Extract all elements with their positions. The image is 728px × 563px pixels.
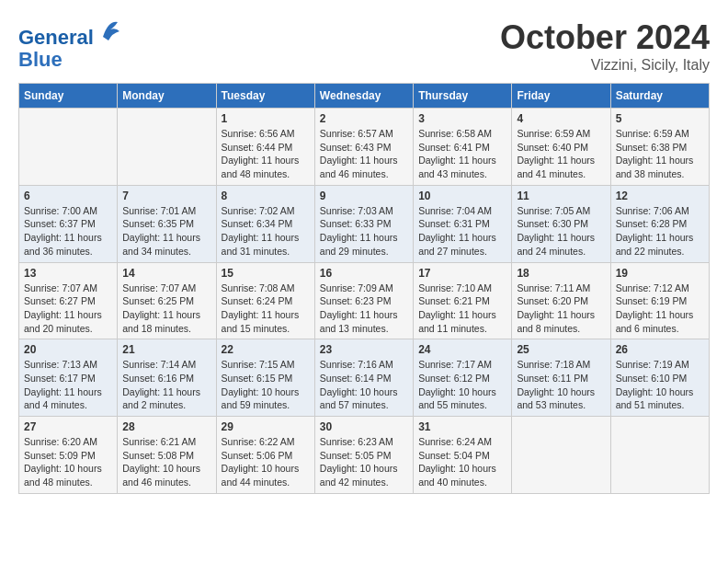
calendar-week-row: 13Sunrise: 7:07 AM Sunset: 6:27 PM Dayli… [19, 262, 710, 339]
calendar-cell [512, 417, 610, 494]
day-number: 24 [418, 343, 506, 356]
day-number: 28 [122, 420, 210, 433]
calendar-week-row: 27Sunrise: 6:20 AM Sunset: 5:09 PM Dayli… [19, 417, 710, 494]
calendar-cell: 12Sunrise: 7:06 AM Sunset: 6:28 PM Dayli… [610, 185, 709, 262]
month-title: October 2024 [500, 18, 710, 57]
weekday-header-row: SundayMondayTuesdayWednesdayThursdayFrid… [19, 84, 710, 109]
day-info: Sunrise: 7:02 AM Sunset: 6:34 PM Dayligh… [222, 204, 310, 259]
logo-general: General [18, 26, 94, 49]
calendar-cell: 18Sunrise: 7:11 AM Sunset: 6:20 PM Dayli… [512, 262, 610, 339]
day-number: 23 [320, 343, 408, 356]
calendar-cell: 28Sunrise: 6:21 AM Sunset: 5:08 PM Dayli… [118, 417, 216, 494]
day-number: 16 [320, 267, 408, 280]
calendar-cell: 14Sunrise: 7:07 AM Sunset: 6:25 PM Dayli… [118, 262, 216, 339]
calendar-cell [19, 109, 118, 186]
day-number: 1 [222, 112, 310, 125]
calendar-table: SundayMondayTuesdayWednesdayThursdayFrid… [18, 83, 710, 494]
calendar-cell [610, 417, 709, 494]
page-header: General Blue October 2024 Vizzini, Sicil… [18, 18, 710, 74]
calendar-cell: 10Sunrise: 7:04 AM Sunset: 6:31 PM Dayli… [414, 185, 512, 262]
calendar-cell: 9Sunrise: 7:03 AM Sunset: 6:33 PM Daylig… [314, 185, 413, 262]
calendar-cell: 8Sunrise: 7:02 AM Sunset: 6:34 PM Daylig… [216, 185, 314, 262]
calendar-cell: 15Sunrise: 7:08 AM Sunset: 6:24 PM Dayli… [216, 262, 314, 339]
day-info: Sunrise: 7:10 AM Sunset: 6:21 PM Dayligh… [418, 282, 506, 336]
day-number: 5 [616, 112, 704, 125]
day-info: Sunrise: 6:59 AM Sunset: 6:40 PM Dayligh… [517, 127, 605, 181]
day-number: 27 [24, 420, 112, 433]
day-info: Sunrise: 6:57 AM Sunset: 6:43 PM Dayligh… [320, 127, 408, 181]
location: Vizzini, Sicily, Italy [500, 57, 710, 74]
calendar-cell: 16Sunrise: 7:09 AM Sunset: 6:23 PM Dayli… [314, 262, 413, 339]
day-info: Sunrise: 6:24 AM Sunset: 5:04 PM Dayligh… [418, 435, 506, 489]
calendar-cell: 5Sunrise: 6:59 AM Sunset: 6:38 PM Daylig… [610, 109, 709, 186]
day-info: Sunrise: 6:20 AM Sunset: 5:09 PM Dayligh… [24, 435, 112, 489]
weekday-header: Sunday [19, 84, 118, 109]
calendar-week-row: 1Sunrise: 6:56 AM Sunset: 6:44 PM Daylig… [19, 109, 710, 186]
day-number: 15 [222, 267, 310, 280]
day-number: 10 [418, 190, 506, 202]
logo-bird-icon [101, 18, 119, 44]
weekday-header: Monday [118, 84, 216, 109]
title-block: October 2024 Vizzini, Sicily, Italy [500, 18, 710, 74]
day-number: 22 [222, 343, 310, 356]
calendar-cell: 6Sunrise: 7:00 AM Sunset: 6:37 PM Daylig… [19, 185, 118, 262]
day-number: 11 [517, 190, 605, 202]
calendar-cell: 22Sunrise: 7:15 AM Sunset: 6:15 PM Dayli… [216, 339, 314, 417]
weekday-header: Tuesday [216, 84, 314, 109]
calendar-cell: 1Sunrise: 6:56 AM Sunset: 6:44 PM Daylig… [216, 109, 314, 186]
day-number: 21 [122, 343, 210, 356]
day-info: Sunrise: 7:04 AM Sunset: 6:31 PM Dayligh… [418, 204, 506, 259]
day-number: 12 [616, 190, 704, 202]
day-info: Sunrise: 7:16 AM Sunset: 6:14 PM Dayligh… [320, 358, 408, 412]
day-number: 3 [418, 112, 506, 125]
calendar-cell: 30Sunrise: 6:23 AM Sunset: 5:05 PM Dayli… [314, 417, 413, 494]
day-info: Sunrise: 7:06 AM Sunset: 6:28 PM Dayligh… [616, 204, 704, 259]
day-number: 4 [517, 112, 605, 125]
calendar-cell: 26Sunrise: 7:19 AM Sunset: 6:10 PM Dayli… [610, 339, 709, 417]
logo: General Blue [18, 18, 119, 71]
day-number: 20 [24, 343, 112, 356]
calendar-cell: 17Sunrise: 7:10 AM Sunset: 6:21 PM Dayli… [414, 262, 512, 339]
day-info: Sunrise: 6:22 AM Sunset: 5:06 PM Dayligh… [222, 435, 310, 489]
calendar-week-row: 20Sunrise: 7:13 AM Sunset: 6:17 PM Dayli… [19, 339, 710, 417]
day-number: 6 [24, 190, 112, 202]
weekday-header: Friday [512, 84, 610, 109]
day-number: 14 [122, 267, 210, 280]
day-info: Sunrise: 7:07 AM Sunset: 6:27 PM Dayligh… [24, 282, 112, 336]
day-number: 2 [320, 112, 408, 125]
calendar-cell: 2Sunrise: 6:57 AM Sunset: 6:43 PM Daylig… [314, 109, 413, 186]
day-number: 7 [122, 190, 210, 202]
logo-text: General [18, 18, 119, 49]
day-info: Sunrise: 7:17 AM Sunset: 6:12 PM Dayligh… [418, 358, 506, 412]
calendar-cell: 4Sunrise: 6:59 AM Sunset: 6:40 PM Daylig… [512, 109, 610, 186]
day-info: Sunrise: 6:56 AM Sunset: 6:44 PM Dayligh… [222, 127, 310, 181]
day-number: 29 [222, 420, 310, 433]
calendar-cell: 24Sunrise: 7:17 AM Sunset: 6:12 PM Dayli… [414, 339, 512, 417]
calendar-cell: 3Sunrise: 6:58 AM Sunset: 6:41 PM Daylig… [414, 109, 512, 186]
day-number: 9 [320, 190, 408, 202]
calendar-week-row: 6Sunrise: 7:00 AM Sunset: 6:37 PM Daylig… [19, 185, 710, 262]
weekday-header: Wednesday [314, 84, 413, 109]
day-number: 8 [222, 190, 310, 202]
day-number: 26 [616, 343, 704, 356]
day-info: Sunrise: 7:11 AM Sunset: 6:20 PM Dayligh… [517, 282, 605, 336]
day-number: 13 [24, 267, 112, 280]
calendar-cell: 25Sunrise: 7:18 AM Sunset: 6:11 PM Dayli… [512, 339, 610, 417]
day-info: Sunrise: 7:19 AM Sunset: 6:10 PM Dayligh… [616, 358, 704, 412]
calendar-cell: 20Sunrise: 7:13 AM Sunset: 6:17 PM Dayli… [19, 339, 118, 417]
calendar-cell: 23Sunrise: 7:16 AM Sunset: 6:14 PM Dayli… [314, 339, 413, 417]
day-number: 19 [616, 267, 704, 280]
day-number: 25 [517, 343, 605, 356]
day-info: Sunrise: 7:13 AM Sunset: 6:17 PM Dayligh… [24, 358, 112, 412]
day-info: Sunrise: 7:01 AM Sunset: 6:35 PM Dayligh… [122, 204, 210, 259]
day-info: Sunrise: 6:23 AM Sunset: 5:05 PM Dayligh… [320, 435, 408, 489]
day-info: Sunrise: 7:05 AM Sunset: 6:30 PM Dayligh… [517, 204, 605, 259]
weekday-header: Saturday [610, 84, 709, 109]
calendar-cell: 29Sunrise: 6:22 AM Sunset: 5:06 PM Dayli… [216, 417, 314, 494]
day-info: Sunrise: 7:12 AM Sunset: 6:19 PM Dayligh… [616, 282, 704, 336]
weekday-header: Thursday [414, 84, 512, 109]
day-number: 18 [517, 267, 605, 280]
calendar-cell: 13Sunrise: 7:07 AM Sunset: 6:27 PM Dayli… [19, 262, 118, 339]
calendar-cell: 31Sunrise: 6:24 AM Sunset: 5:04 PM Dayli… [414, 417, 512, 494]
day-info: Sunrise: 7:00 AM Sunset: 6:37 PM Dayligh… [24, 204, 112, 259]
